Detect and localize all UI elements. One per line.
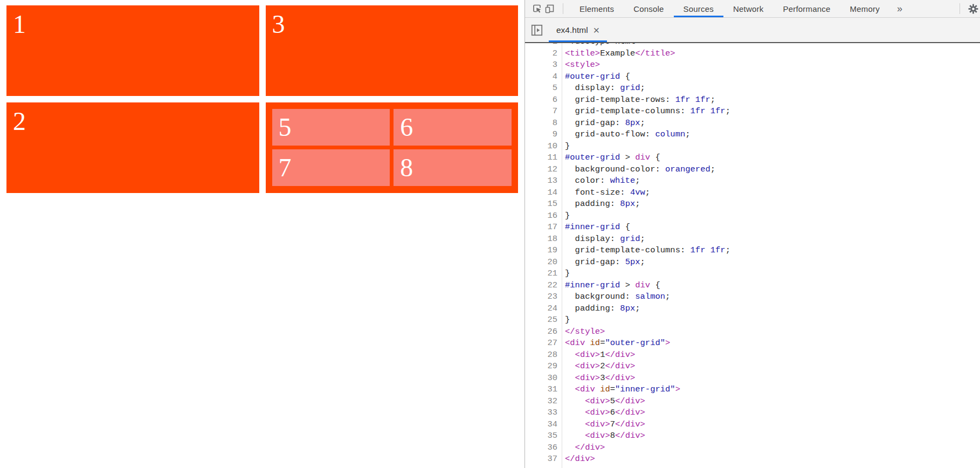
device-toolbar-icon[interactable] xyxy=(543,2,556,15)
line-number: 23 xyxy=(525,291,557,303)
line-number: 35 xyxy=(525,430,557,442)
line-number: 33 xyxy=(525,407,557,419)
devtools-tab-performance[interactable]: Performance xyxy=(773,0,840,17)
line-number: 7 xyxy=(525,106,557,118)
file-tab-name: ex4.html xyxy=(556,25,588,35)
code-line: } xyxy=(565,314,980,326)
code-line: grid-auto-flow: column; xyxy=(565,129,980,141)
grid-cell-2: 2 xyxy=(6,102,259,193)
code-line: </style> xyxy=(565,326,980,338)
code-line: <div>5</div> xyxy=(565,396,980,408)
code-line: background: salmon; xyxy=(565,291,980,303)
line-number: 5 xyxy=(525,82,557,94)
line-number: 24 xyxy=(525,303,557,315)
code-line: <div>7</div> xyxy=(565,419,980,431)
grid-cell-5: 5 xyxy=(272,109,390,146)
devtools-panel: ElementsConsoleSourcesNetworkPerformance… xyxy=(524,0,980,468)
file-tab-strip: ex4.html × xyxy=(525,18,980,43)
line-number: 37 xyxy=(525,453,557,465)
code-line: grid-template-columns: 1fr 1fr; xyxy=(565,106,980,118)
line-number: 1 xyxy=(525,43,557,48)
code-line: padding: 8px; xyxy=(565,303,980,315)
code-line: </div> xyxy=(565,442,980,454)
close-icon[interactable]: × xyxy=(593,25,600,36)
toolbar-separator xyxy=(563,3,563,14)
line-number: 32 xyxy=(525,396,557,408)
inspect-cursor-icon[interactable] xyxy=(530,2,543,15)
code-line: display: grid; xyxy=(565,82,980,94)
gutter-border xyxy=(562,43,562,468)
code-line: <div>3</div> xyxy=(565,373,980,384)
line-number: 25 xyxy=(525,314,557,326)
gear-icon[interactable] xyxy=(967,2,979,15)
grid-cell-8: 8 xyxy=(394,149,512,186)
line-number: 10 xyxy=(525,141,557,153)
code-line: } xyxy=(565,210,980,222)
devtools-tab-network[interactable]: Network xyxy=(723,0,773,17)
line-number: 9 xyxy=(525,129,557,141)
code-line: <div id="inner-grid"> xyxy=(565,384,980,396)
code-line: grid-template-columns: 1fr 1fr; xyxy=(565,245,980,257)
code-line: grid-gap: 5px; xyxy=(565,257,980,269)
line-number: 8 xyxy=(525,118,557,129)
code-line: #inner-grid { xyxy=(565,222,980,233)
line-number: 2 xyxy=(525,48,557,60)
inner-grid: 5 6 7 8 xyxy=(266,102,519,193)
line-number: 27 xyxy=(525,338,557,349)
line-number: 22 xyxy=(525,280,557,292)
code-line: <style> xyxy=(565,59,980,71)
line-number: 34 xyxy=(525,419,557,431)
toolbar-separator-right xyxy=(960,3,960,14)
line-number: 19 xyxy=(525,245,557,257)
line-number: 31 xyxy=(525,384,557,396)
devtools-tab-elements[interactable]: Elements xyxy=(570,0,624,17)
browser-window: 1 2 3 5 6 7 8 xyxy=(0,0,980,468)
devtools-toolbar: ElementsConsoleSourcesNetworkPerformance… xyxy=(525,0,980,18)
line-number: 12 xyxy=(525,164,557,176)
line-number: 3 xyxy=(525,59,557,71)
code-line: font-size: 4vw; xyxy=(565,187,980,199)
line-number: 26 xyxy=(525,326,557,338)
code-line: color: white; xyxy=(565,175,980,187)
line-number: 15 xyxy=(525,198,557,210)
devtools-tab-sources[interactable]: Sources xyxy=(674,0,723,17)
line-number: 16 xyxy=(525,210,557,222)
grid-cell-6: 6 xyxy=(394,109,512,146)
code-line: <div>6</div> xyxy=(565,407,980,419)
file-tab-ex4[interactable]: ex4.html × xyxy=(549,18,607,42)
show-navigator-icon[interactable] xyxy=(530,24,543,37)
line-number: 6 xyxy=(525,94,557,106)
line-number: 11 xyxy=(525,152,557,164)
code-line: <div>1</div> xyxy=(565,349,980,361)
line-number: 28 xyxy=(525,349,557,361)
grid-cell-7: 7 xyxy=(272,149,390,186)
code-line: } xyxy=(565,141,980,153)
code-line: } xyxy=(565,268,980,280)
line-number-gutter: 1234567891011121314151617181920212223242… xyxy=(525,43,557,465)
rendered-page: 1 2 3 5 6 7 8 xyxy=(0,0,524,468)
line-number: 17 xyxy=(525,222,557,233)
outer-grid: 1 2 3 5 6 7 8 xyxy=(6,5,518,193)
grid-cell-3: 3 xyxy=(266,5,519,96)
code-line: grid-gap: 8px; xyxy=(565,118,980,129)
code-line: grid-template-rows: 1fr 1fr; xyxy=(565,94,980,106)
code-line: <div id="outer-grid"> xyxy=(565,338,980,349)
devtools-tab-console[interactable]: Console xyxy=(624,0,673,17)
code-line: #outer-grid { xyxy=(565,71,980,83)
more-tabs-chevron-icon[interactable]: » xyxy=(889,3,910,15)
line-number: 14 xyxy=(525,187,557,199)
devtools-tab-bar: ElementsConsoleSourcesNetworkPerformance… xyxy=(570,0,889,17)
code-line: #inner-grid > div { xyxy=(565,280,980,292)
code-line: padding: 8px; xyxy=(565,198,980,210)
devtools-tab-memory[interactable]: Memory xyxy=(840,0,889,17)
line-number: 18 xyxy=(525,233,557,245)
line-number: 20 xyxy=(525,257,557,269)
code-line: <!doctype html> xyxy=(565,43,980,48)
line-number: 4 xyxy=(525,71,557,83)
code-editor[interactable]: 1234567891011121314151617181920212223242… xyxy=(525,43,980,468)
grid-cell-1: 1 xyxy=(6,5,259,96)
code-line: <title>Example</title> xyxy=(565,48,980,60)
line-number: 13 xyxy=(525,175,557,187)
line-number: 30 xyxy=(525,373,557,384)
code-line: <div>8</div> xyxy=(565,430,980,442)
